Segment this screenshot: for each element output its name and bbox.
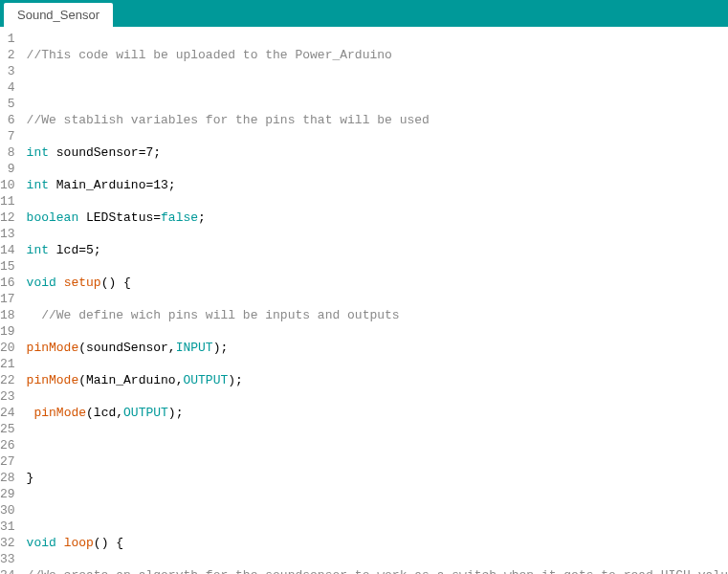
- code-line: [27, 437, 728, 453]
- line-num: 29: [0, 486, 15, 502]
- line-num: 13: [0, 226, 15, 242]
- line-num: 14: [0, 242, 15, 258]
- line-num: 7: [0, 128, 15, 144]
- code-line: //We create an algoryth for the soundsen…: [27, 567, 728, 574]
- line-num: 22: [0, 372, 15, 388]
- line-num: 8: [0, 144, 15, 161]
- line-num: 21: [0, 356, 15, 372]
- line-num: 10: [0, 177, 15, 193]
- code-line: int lcd=5;: [27, 242, 728, 258]
- code-line: }: [27, 470, 728, 486]
- line-num: 15: [0, 258, 15, 275]
- line-gutter: 1 2 3 4 5 6 7 8 9 10 11 12 13 14 15 16 1…: [0, 27, 21, 574]
- line-num: 30: [0, 502, 15, 519]
- code-line: [27, 79, 728, 96]
- code-line: int Main_Arduino=13;: [27, 177, 728, 193]
- line-num: 23: [0, 388, 15, 405]
- line-num: 27: [0, 453, 15, 470]
- code-line: int soundSensor=7;: [27, 144, 728, 161]
- line-num: 24: [0, 405, 15, 421]
- line-num: 5: [0, 96, 15, 112]
- code-line: void loop() {: [27, 535, 728, 551]
- line-num: 11: [0, 193, 15, 210]
- line-num: 31: [0, 519, 15, 535]
- line-num: 34: [0, 567, 15, 574]
- line-num: 20: [0, 340, 15, 356]
- line-num: 6: [0, 112, 15, 128]
- code-editor[interactable]: 1 2 3 4 5 6 7 8 9 10 11 12 13 14 15 16 1…: [0, 27, 728, 574]
- line-num: 33: [0, 551, 15, 567]
- line-num: 32: [0, 535, 15, 551]
- code-line: pinMode(Main_Arduino,OUTPUT);: [27, 372, 728, 388]
- line-num: 17: [0, 291, 15, 307]
- line-num: 16: [0, 275, 15, 291]
- line-num: 26: [0, 437, 15, 453]
- line-num: 18: [0, 307, 15, 323]
- code-line: void setup() {: [27, 275, 728, 291]
- line-num: 9: [0, 161, 15, 177]
- line-num: 12: [0, 210, 15, 226]
- line-num: 2: [0, 47, 15, 63]
- header-bar: Sound_Sensor: [0, 0, 728, 27]
- code-line: //We define wich pins will be inputs and…: [27, 307, 728, 323]
- code-line: pinMode(lcd,OUTPUT);: [27, 405, 728, 421]
- code-line: //This code will be uploaded to the Powe…: [27, 47, 728, 63]
- code-line: [27, 502, 728, 519]
- code-area[interactable]: //This code will be uploaded to the Powe…: [21, 27, 728, 574]
- code-line: //We stablish variables for the pins tha…: [27, 112, 728, 128]
- tab-sound-sensor[interactable]: Sound_Sensor: [4, 3, 113, 27]
- line-num: 1: [0, 31, 15, 47]
- line-num: 3: [0, 63, 15, 79]
- line-num: 19: [0, 323, 15, 340]
- code-line: pinMode(soundSensor,INPUT);: [27, 340, 728, 356]
- line-num: 25: [0, 421, 15, 437]
- line-num: 4: [0, 79, 15, 96]
- code-line: boolean LEDStatus=false;: [27, 210, 728, 226]
- line-num: 28: [0, 470, 15, 486]
